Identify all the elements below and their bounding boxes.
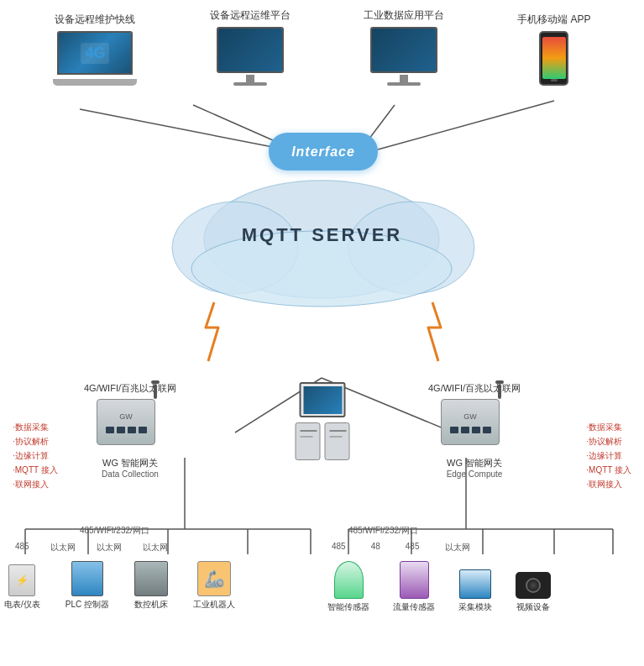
conn-485-right: 485 (332, 542, 346, 553)
monitor2-screen-inner (372, 29, 436, 71)
computer-tower2 (324, 422, 349, 460)
left-gateway-group: 4G/WIFI/百兆以太联网 GW WG 智能网关 Data Collectio… (84, 382, 176, 479)
conn-eth1-left: 以太网 (50, 542, 76, 553)
plc-icon (71, 561, 103, 596)
robot-label: 工业机器人 (193, 599, 235, 611)
device-cnc: 数控机床 (134, 561, 168, 611)
left-gateway-ports (106, 427, 147, 433)
laptop-4g-label: 4G (81, 43, 109, 64)
left-gateway-features: ·数据采集 ·协议解析 ·边缘计算 ·MQTT 接入 ·联网接入 (13, 420, 58, 491)
monitor1-screen-inner (218, 29, 282, 71)
left-gateway-box: GW (97, 399, 155, 445)
device-camera: 视频设备 (516, 572, 551, 613)
camera-icon (516, 572, 551, 599)
top-devices-section: 设备远程维护快线 4G 设备远程运维平台 (0, 8, 644, 86)
meter-label: 电表/仪表 (4, 599, 40, 611)
right-feature-2: ·协议解析 (586, 434, 631, 448)
device-monitor2: 工业数据应用平台 (364, 8, 444, 86)
left-gateway-box-label: GW (118, 411, 134, 422)
mqtt-server-label: MQTT SERVER (242, 224, 403, 246)
right-gateway-ports (450, 427, 491, 433)
device-phone: 手机移动端 APP (517, 13, 590, 86)
device-plc: PLC 控制器 (65, 561, 109, 611)
smart-sensor-icon (334, 561, 364, 599)
computer-monitor-screen (303, 386, 342, 414)
monitor1-icon (212, 27, 288, 86)
device-monitor1: 设备远程运维平台 (210, 8, 291, 86)
right-network-label: 4G/WIFI/百兆以太联网 (428, 382, 521, 395)
monitor2-base (387, 82, 421, 86)
svg-line-0 (80, 109, 285, 149)
right-feature-1: ·数据采集 (586, 420, 631, 434)
conn-eth2-left: 以太网 (97, 542, 122, 553)
conn-eth-right: 以太网 (445, 542, 470, 553)
monitor1-base (233, 82, 267, 86)
phone-icon (539, 31, 568, 86)
conn-485b-right: 485 (406, 542, 420, 553)
mqtt-cloud-section: MQTT SERVER (188, 181, 457, 290)
bottom-devices-right: 智能传感器 流量传感器 采集模块 视频设备 (327, 561, 551, 613)
port1 (106, 427, 114, 433)
right-feature-5: ·联网接入 (586, 477, 631, 491)
cnc-icon (134, 561, 168, 596)
right-gateway-antenna (498, 384, 501, 399)
camera-lens (526, 578, 541, 593)
rport2 (461, 427, 469, 433)
robot-icon: 🦾 (197, 561, 231, 596)
flow-sensor-icon (400, 561, 429, 599)
conn-eth3-left: 以太网 (143, 542, 168, 553)
laptop-label: 设备远程维护快线 (55, 13, 135, 27)
interface-label: Interface (291, 144, 355, 160)
rport4 (483, 427, 491, 433)
right-gateway-features: ·数据采集 ·协议解析 ·边缘计算 ·MQTT 接入 ·联网接入 (586, 420, 631, 491)
right-feature-3: ·边缘计算 (586, 448, 631, 463)
port4 (139, 427, 147, 433)
device-meter: 电表/仪表 (4, 564, 40, 611)
monitor1-label: 设备远程运维平台 (210, 8, 291, 23)
laptop-base (53, 79, 137, 86)
laptop-screen: 4G (57, 31, 133, 75)
camera-label: 视频设备 (516, 601, 550, 613)
bottom-proto-left: 485/WIFI/232/网口 (80, 525, 149, 537)
device-flow-sensor: 流量传感器 (393, 561, 435, 613)
phone-label: 手机移动端 APP (517, 13, 590, 27)
phone-button (551, 79, 558, 81)
computer-tower (295, 422, 320, 460)
phone-screen (542, 37, 566, 79)
central-computer (295, 382, 349, 460)
right-gateway-box: GW (441, 399, 500, 445)
flow-sensor-label: 流量传感器 (393, 601, 435, 613)
left-gateway-antenna (154, 384, 157, 399)
bottom-proto-right: 485/WIFI/232/网口 (348, 525, 418, 537)
rport3 (472, 427, 480, 433)
bottom-devices-left: 电表/仪表 PLC 控制器 数控机床 🦾 工业机器人 (4, 561, 235, 611)
monitor1-screen (217, 27, 284, 73)
monitor2-icon (366, 27, 442, 86)
left-gateway-device: GW (97, 399, 164, 454)
device-robot: 🦾 工业机器人 (193, 561, 235, 611)
bottom-numbers-left: 485 以太网 以太网 以太网 (15, 542, 168, 553)
laptop-icon: 4G (53, 31, 137, 86)
right-feature-4: ·MQTT 接入 (586, 463, 631, 477)
left-feature-2: ·协议解析 (13, 434, 58, 448)
right-gateway-group: 4G/WIFI/百兆以太联网 GW WG 智能网关 Edge Compute (428, 382, 521, 479)
cnc-label: 数控机床 (134, 599, 168, 611)
conn-48-right: 48 (371, 542, 380, 553)
acquisition-icon (459, 569, 491, 599)
right-gateway-box-label: GW (462, 411, 479, 422)
device-laptop: 设备远程维护快线 4G (53, 13, 137, 86)
monitor2-label: 工业数据应用平台 (364, 8, 444, 23)
monitor2-screen (370, 27, 437, 73)
left-network-label: 4G/WIFI/百兆以太联网 (84, 382, 176, 395)
left-feature-4: ·MQTT 接入 (13, 463, 58, 477)
architecture-diagram: 设备远程维护快线 4G 设备远程运维平台 (0, 0, 644, 666)
svg-line-3 (378, 101, 554, 149)
right-gateway-device: GW (441, 399, 508, 454)
meter-icon (8, 564, 35, 596)
device-acquisition: 采集模块 (458, 569, 492, 613)
right-gateway-name: WG 智能网关 (447, 457, 502, 469)
interface-bubble: Interface (269, 133, 378, 170)
computer-monitor (299, 382, 345, 417)
laptop-screen-inner: 4G (59, 33, 131, 73)
left-feature-1: ·数据采集 (13, 420, 58, 434)
